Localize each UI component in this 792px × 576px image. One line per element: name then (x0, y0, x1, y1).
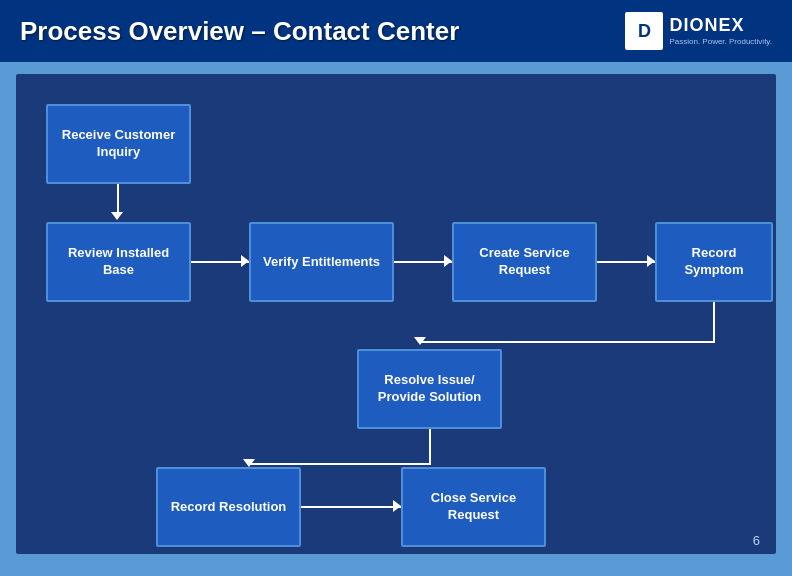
page-title: Process Overview – Contact Center (20, 16, 459, 47)
arrowhead-right-1 (241, 255, 249, 267)
arrowhead-close (393, 500, 401, 512)
arrow-h-symptom (420, 341, 715, 343)
verify-entitlements-box: Verify Entitlements (249, 222, 394, 302)
arrowhead-down-1 (111, 212, 123, 220)
resolve-issue-box: Resolve Issue/ Provide Solution (357, 349, 502, 429)
logo-tagline: Passion. Power. Productivity. (669, 36, 772, 47)
arrowhead-right-3 (647, 255, 655, 267)
arrowhead-right-2 (444, 255, 452, 267)
receive-customer-inquiry-box: Receive Customer Inquiry (46, 104, 191, 184)
record-symptom-box: Record Symptom (655, 222, 773, 302)
arrow-down-resolve (429, 429, 431, 464)
logo-icon: D (625, 12, 663, 50)
close-service-request-box: Close Service Request (401, 467, 546, 547)
arrowhead-resolve (414, 337, 426, 345)
main-content: Receive Customer Inquiry Review Installe… (16, 74, 776, 554)
logo-text-block: DIONEX Passion. Power. Productivity. (669, 15, 772, 47)
arrow-right-close (301, 506, 401, 508)
page-number: 6 (753, 533, 760, 548)
record-resolution-box: Record Resolution (156, 467, 301, 547)
logo-name: DIONEX (669, 15, 772, 36)
header: Process Overview – Contact Center D DION… (0, 0, 792, 62)
logo-area: D DIONEX Passion. Power. Productivity. (625, 12, 772, 50)
create-service-request-box: Create Service Request (452, 222, 597, 302)
arrow-h-to-record-res (249, 463, 431, 465)
arrowhead-record-res (243, 459, 255, 467)
arrow-v-symptom (713, 302, 715, 342)
review-installed-base-box: Review Installed Base (46, 222, 191, 302)
